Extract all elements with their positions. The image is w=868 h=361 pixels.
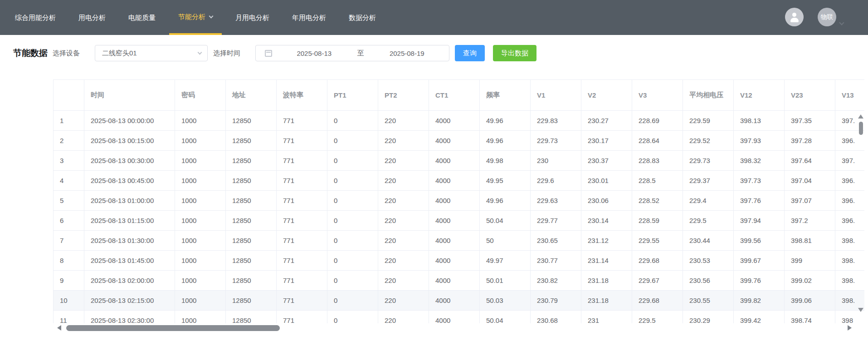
header-cell: 波特率 [277,80,327,111]
table-row: 42025-08-13 00:45:0010001285077102204000… [54,171,865,191]
table-cell: 230.06 [581,191,632,211]
table-cell: 229.37 [683,171,734,191]
table-cell: 12850 [226,231,277,251]
row-index-cell: 6 [54,211,84,231]
table-cell: 399.56 [734,231,785,251]
nav-item-electricity-analysis[interactable]: 用电分析 [69,0,115,35]
table-row: 12025-08-13 00:00:0010001285077102204000… [54,111,865,131]
table-cell: 230.01 [581,171,632,191]
table-cell: 771 [277,251,327,271]
nav-item-comprehensive-energy[interactable]: 综合用能分析 [6,0,65,35]
row-index-cell: 11 [54,311,84,324]
nav-item-power-quality[interactable]: 电能质量 [119,0,165,35]
table-cell: 771 [277,111,327,131]
table-cell: 2025-08-13 01:30:00 [84,231,175,251]
table-cell: 398.74 [785,311,835,324]
chevron-down-icon [209,14,214,19]
table-cell: 229.63 [531,191,581,211]
table-cell: 397.2 [785,211,835,231]
table-cell: 771 [277,211,327,231]
table-row: 72025-08-13 01:30:0010001285077102204000… [54,231,865,251]
query-button[interactable]: 查询 [455,45,485,61]
table-cell: 220 [378,191,429,211]
scroll-down-arrow-icon[interactable] [858,308,863,312]
horizontal-scrollbar[interactable] [66,325,280,331]
table-header-row: 时间密码地址波特率PT1PT2CT1频率V1V2V3平均相电压V12V23V13 [54,80,865,111]
table-cell: 229.52 [683,131,734,151]
table-cell: 4000 [429,131,480,151]
scroll-left-arrow-icon[interactable] [57,325,61,331]
table-cell: 230 [531,151,581,171]
page-title: 节能数据 [13,47,48,59]
table-cell: 49.98 [480,151,531,171]
nav-item-yearly-electricity[interactable]: 年用电分析 [283,0,335,35]
date-end-input[interactable]: 2025-08-19 [365,49,449,57]
table-cell: 12850 [226,191,277,211]
table-cell: 2025-08-13 00:45:00 [84,171,175,191]
table-cell: 231.18 [581,271,632,291]
table-cell: 4000 [429,231,480,251]
table-cell: 2025-08-13 02:30:00 [84,311,175,324]
nav-item-energy-saving[interactable]: 节能分析 [169,0,222,35]
table-cell: 397.94 [734,211,785,231]
nav-item-monthly-electricity[interactable]: 月用电分析 [226,0,278,35]
scroll-up-arrow-icon[interactable] [858,114,863,119]
table-cell: 230.65 [531,231,581,251]
header-cell: 时间 [84,80,175,111]
account-badge[interactable]: 物联 [818,8,836,26]
chevron-down-icon [198,50,202,55]
table-cell: 50.04 [480,311,531,324]
vertical-scrollbar[interactable] [859,122,863,135]
table-cell: 228.64 [632,131,683,151]
table-cell: 2025-08-13 00:00:00 [84,111,175,131]
table-cell: 49.97 [480,251,531,271]
table-cell: 1000 [175,311,226,324]
table-cell: 229.68 [632,251,683,271]
table-cell: 220 [378,211,429,231]
table-cell: 399.42 [734,311,785,324]
scroll-right-arrow-icon[interactable] [848,325,852,331]
header-cell: 地址 [226,80,277,111]
export-data-button[interactable]: 导出数据 [493,45,536,61]
nav-item-data-analysis[interactable]: 数据分析 [340,0,385,35]
table-cell: 12850 [226,211,277,231]
table-cell: 397.35 [785,111,835,131]
table-cell: 230.14 [581,211,632,231]
table-cell: 399.06 [785,291,835,311]
table-cell: 50.03 [480,291,531,311]
table-cell: 399.67 [734,251,785,271]
table-cell: 399 [785,251,835,271]
table-cell: 1000 [175,291,226,311]
table-cell: 228.5 [632,171,683,191]
table-cell: 230.68 [531,311,581,324]
date-range-picker[interactable]: 2025-08-13 至 2025-08-19 [255,45,449,61]
table-cell: 0 [327,151,378,171]
table-cell: 228.83 [632,151,683,171]
table-cell: 0 [327,291,378,311]
chevron-down-icon[interactable] [839,20,844,25]
table-cell: 4000 [429,211,480,231]
calendar-icon [265,50,272,57]
table-cell: 229.73 [683,151,734,171]
table-cell: 397. [835,151,865,171]
table-cell: 230.77 [531,251,581,271]
table-cell: 220 [378,291,429,311]
table-row: 92025-08-13 02:00:0010001285077102204000… [54,271,865,291]
table-body: 12025-08-13 00:00:0010001285077102204000… [54,111,865,324]
table-cell: 229.59 [683,111,734,131]
table-cell: 771 [277,291,327,311]
date-start-input[interactable]: 2025-08-13 [272,49,356,57]
device-select[interactable]: 二线窑头01 [95,45,208,61]
table-cell: 0 [327,131,378,151]
table-cell: 49.96 [480,131,531,151]
table-row: 62025-08-13 01:15:0010001285077102204000… [54,211,865,231]
table-cell: 398 [835,311,865,324]
nav-item-label: 节能分析 [178,13,205,20]
avatar[interactable] [785,8,804,26]
table-cell: 0 [327,171,378,191]
table-cell: 399.82 [734,291,785,311]
table-cell: 4000 [429,111,480,131]
table-cell: 229.4 [683,191,734,211]
table-cell: 49.95 [480,171,531,191]
table-cell: 49.96 [480,191,531,211]
